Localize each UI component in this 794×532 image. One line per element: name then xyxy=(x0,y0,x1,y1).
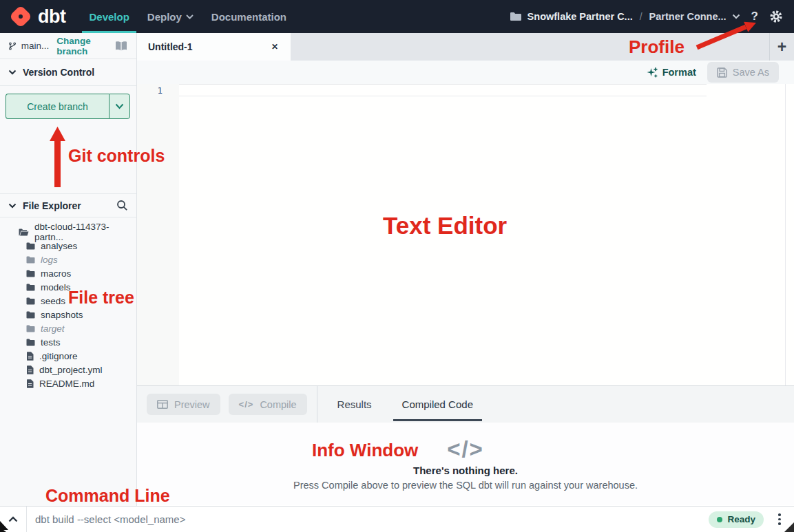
editor-toolbar: Format Save As xyxy=(137,61,794,84)
code-icon: </> xyxy=(447,438,484,460)
nav-deploy-label: Deploy xyxy=(147,11,182,23)
git-branch-icon xyxy=(8,41,17,52)
top-nav: dbt Develop Deploy Documentation Snowfla… xyxy=(0,0,794,33)
status-badge: Ready xyxy=(709,511,764,528)
tree-item-label: models xyxy=(41,282,71,292)
compile-button[interactable]: </> Compile xyxy=(229,394,307,415)
save-icon xyxy=(717,67,727,78)
change-branch-link[interactable]: Change branch xyxy=(56,36,109,56)
folder-icon xyxy=(26,311,35,319)
nav-develop[interactable]: Develop xyxy=(82,0,136,33)
create-branch-split-button: Create branch xyxy=(6,94,130,119)
account-name: Snowflake Partner C... xyxy=(527,11,633,22)
project-switcher[interactable]: Snowflake Partner C... / Partner Conne..… xyxy=(510,11,740,22)
line-number: 1 xyxy=(137,85,163,96)
chevron-down-icon xyxy=(8,203,17,209)
breadcrumb-separator: / xyxy=(640,11,642,22)
nav-deploy[interactable]: Deploy xyxy=(140,0,200,33)
info-window-header: Preview </> Compile Results Compiled Cod… xyxy=(137,385,794,423)
folder-icon xyxy=(26,284,35,291)
tree-item-dbt-project-yml[interactable]: dbt_project.yml xyxy=(0,363,136,376)
tab-compiled-code[interactable]: Compiled Code xyxy=(393,386,482,423)
help-icon[interactable]: ? xyxy=(751,10,758,23)
folder-icon xyxy=(26,256,35,264)
status-label: Ready xyxy=(727,514,755,524)
tree-item-label: target xyxy=(41,323,65,334)
new-tab-button[interactable]: + xyxy=(769,33,794,61)
folder-icon xyxy=(26,242,35,250)
folder-open-icon xyxy=(19,228,29,236)
tree-item-label: dbt_project.yml xyxy=(39,365,103,375)
folder-icon xyxy=(26,270,35,277)
expand-command-bar-button[interactable] xyxy=(0,507,26,532)
command-input[interactable] xyxy=(27,507,709,532)
sparkle-icon xyxy=(647,67,658,78)
file-tree: dbt-cloud-114373-partn... analyses logs … xyxy=(0,225,136,390)
current-branch: main... xyxy=(21,41,50,51)
folder-icon xyxy=(26,297,35,305)
docs-book-icon[interactable] xyxy=(114,41,128,52)
tree-item-label: analyses xyxy=(41,241,77,251)
kebab-menu-icon[interactable] xyxy=(771,507,788,532)
chevron-down-icon xyxy=(115,103,124,109)
close-tab-icon[interactable]: ✕ xyxy=(271,42,278,52)
file-explorer-title: File Explorer xyxy=(23,200,81,211)
editor-tab-bar: Untitled-1 ✕ + xyxy=(137,33,794,61)
chevron-down-icon xyxy=(186,14,194,19)
code-icon: </> xyxy=(239,399,254,409)
format-button[interactable]: Format xyxy=(647,67,696,78)
dbt-cloud-ide: dbt Develop Deploy Documentation Snowfla… xyxy=(0,0,794,532)
tree-item-snapshots[interactable]: snapshots xyxy=(0,308,136,321)
tree-item-readme[interactable]: README.md xyxy=(0,376,136,390)
tree-item-label: macros xyxy=(41,268,71,279)
primary-nav: Develop Deploy Documentation xyxy=(82,0,293,33)
create-branch-button[interactable]: Create branch xyxy=(6,94,109,119)
nav-documentation[interactable]: Documentation xyxy=(205,0,293,33)
brand-text: dbt xyxy=(38,6,65,28)
version-control-header[interactable]: Version Control xyxy=(0,59,136,86)
dbt-logo-icon xyxy=(10,6,32,28)
folder-icon xyxy=(26,325,35,332)
create-branch-caret[interactable] xyxy=(109,94,130,119)
table-icon xyxy=(157,400,168,409)
text-editor[interactable]: 1 xyxy=(137,84,794,385)
empty-state: </> There's nothing here. Press Compile … xyxy=(137,423,794,505)
file-icon xyxy=(26,352,34,361)
empty-state-title: There's nothing here. xyxy=(413,465,518,476)
file-icon xyxy=(26,365,34,374)
info-window: Preview </> Compile Results Compiled Cod… xyxy=(137,385,794,506)
tree-item-project-root[interactable]: dbt-cloud-114373-partn... xyxy=(0,225,136,239)
tree-item-logs[interactable]: logs xyxy=(0,253,136,266)
dbt-logo[interactable]: dbt xyxy=(10,6,65,28)
nav-right: Snowflake Partner C... / Partner Conne..… xyxy=(510,0,783,33)
chevron-up-icon xyxy=(8,516,18,522)
tree-item-label: dbt-cloud-114373-partn... xyxy=(34,222,136,242)
chevron-down-icon xyxy=(732,14,740,19)
active-line[interactable] xyxy=(179,84,707,96)
tree-item-tests[interactable]: tests xyxy=(0,335,136,349)
tree-item-models[interactable]: models xyxy=(0,280,136,294)
search-icon[interactable] xyxy=(116,200,128,211)
empty-state-subtitle: Press Compile above to preview the SQL d… xyxy=(293,480,638,491)
editor-scrollbar-gutter[interactable] xyxy=(785,84,786,385)
compile-label: Compile xyxy=(260,399,296,410)
preview-button[interactable]: Preview xyxy=(147,394,220,415)
tree-item-label: seeds xyxy=(41,296,65,306)
tree-item-label: README.md xyxy=(39,379,94,389)
tree-item-macros[interactable]: macros xyxy=(0,266,136,280)
folder-icon xyxy=(510,12,522,21)
tree-item-label: .gitignore xyxy=(39,351,78,361)
tree-item-gitignore[interactable]: .gitignore xyxy=(0,349,136,363)
format-label: Format xyxy=(662,67,696,78)
sidebar: main... Change branch Version Control Cr… xyxy=(0,33,137,506)
tree-item-target[interactable]: target xyxy=(0,321,136,335)
save-as-button[interactable]: Save As xyxy=(707,62,779,83)
settings-gear-icon[interactable] xyxy=(769,10,783,23)
branch-row: main... Change branch xyxy=(0,33,136,59)
tab-results[interactable]: Results xyxy=(331,386,378,423)
tree-item-seeds[interactable]: seeds xyxy=(0,294,136,308)
status-dot-icon xyxy=(717,517,722,522)
tab-untitled-1[interactable]: Untitled-1 ✕ xyxy=(137,33,291,61)
folder-icon xyxy=(26,339,35,346)
file-explorer-header[interactable]: File Explorer xyxy=(0,193,136,217)
